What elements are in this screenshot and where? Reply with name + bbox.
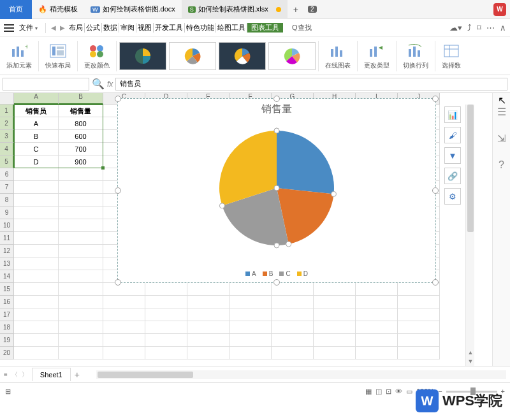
row-header[interactable]: 18	[0, 321, 14, 334]
row-header[interactable]: 7	[0, 181, 14, 194]
cell[interactable]	[272, 347, 314, 359]
col-header[interactable]: A	[14, 93, 59, 105]
cell[interactable]	[14, 232, 59, 245]
resize-handle[interactable]	[432, 187, 439, 194]
cell[interactable]	[356, 308, 398, 321]
cell[interactable]	[59, 206, 103, 219]
cell[interactable]	[187, 321, 229, 334]
cell[interactable]	[145, 334, 187, 347]
legend-item[interactable]: D	[297, 270, 308, 277]
row-header[interactable]: 3	[0, 130, 14, 143]
cell[interactable]	[229, 296, 272, 308]
row-header[interactable]: 4	[0, 143, 14, 156]
read-mode-icon[interactable]: ▭	[406, 387, 412, 396]
switch-rowcol-button[interactable]: 切换行列	[399, 42, 432, 70]
add-sheet-button[interactable]: +	[75, 370, 80, 380]
change-type-button[interactable]: 更改类型	[360, 42, 393, 70]
row-header[interactable]: 11	[0, 232, 14, 245]
pie-chart[interactable]	[213, 124, 340, 252]
chart-style-2[interactable]	[169, 42, 216, 70]
scan-icon[interactable]: ⌑	[477, 23, 481, 33]
cell[interactable]	[398, 296, 440, 308]
pie-slice-handle[interactable]	[219, 203, 224, 208]
cell[interactable]	[272, 296, 314, 308]
cell[interactable]	[314, 283, 356, 296]
tab-count-button[interactable]: 2	[304, 1, 321, 18]
cell[interactable]	[14, 321, 59, 334]
pie-handle[interactable]	[274, 128, 279, 133]
cell[interactable]	[14, 334, 59, 347]
row-header[interactable]: 10	[0, 219, 14, 232]
resize-handle[interactable]	[273, 279, 280, 286]
cell[interactable]: 销售员	[14, 105, 59, 117]
row-header[interactable]: 16	[0, 296, 14, 308]
select-data-button[interactable]: 选择数	[438, 42, 465, 70]
legend-item[interactable]: B	[263, 270, 273, 277]
cell[interactable]	[59, 219, 103, 232]
pie-handle[interactable]	[274, 243, 279, 248]
scroll-down-button[interactable]: ▼	[466, 357, 475, 366]
menu-tab-layout[interactable]: 布局	[68, 23, 85, 33]
cell[interactable]: D	[14, 156, 59, 168]
pie-slice[interactable]	[277, 131, 334, 194]
search-icon[interactable]: 🔍	[92, 78, 105, 90]
cell[interactable]	[14, 270, 59, 283]
col-header[interactable]: B	[59, 93, 103, 105]
cell[interactable]	[59, 283, 103, 296]
row-header[interactable]: 2	[0, 117, 14, 130]
legend-item[interactable]: C	[279, 270, 290, 277]
sheet-tab[interactable]: Sheet1	[32, 368, 71, 381]
sidebar-help-icon[interactable]: ?	[496, 159, 507, 171]
cell[interactable]	[356, 347, 398, 359]
menu-tab-draw[interactable]: 绘图工具	[216, 23, 247, 33]
chart-legend[interactable]: ABCD	[118, 270, 435, 277]
scrollbar-thumb[interactable]	[467, 105, 474, 232]
cell[interactable]	[59, 308, 103, 321]
cell[interactable]	[229, 334, 272, 347]
cell[interactable]: C	[14, 143, 59, 156]
cell[interactable]	[272, 321, 314, 334]
cell[interactable]	[314, 308, 356, 321]
menu-tab-special[interactable]: 特色功能	[185, 23, 216, 33]
file-menu[interactable]: 文件 ▾	[15, 23, 41, 33]
chart-elements-button[interactable]: 📊	[444, 106, 461, 123]
cell[interactable]	[59, 245, 103, 257]
row-header[interactable]: 9	[0, 206, 14, 219]
cell[interactable]	[272, 334, 314, 347]
pie-handle[interactable]	[274, 185, 279, 191]
resize-handle[interactable]	[115, 96, 121, 102]
cell[interactable]	[356, 321, 398, 334]
row-header[interactable]: 17	[0, 308, 14, 321]
cell[interactable]	[59, 194, 103, 206]
row-header[interactable]: 15	[0, 283, 14, 296]
cell[interactable]: 600	[59, 130, 103, 143]
name-box[interactable]	[3, 78, 89, 91]
cell[interactable]	[272, 308, 314, 321]
cell[interactable]	[145, 296, 187, 308]
row-header[interactable]: 5	[0, 156, 14, 168]
cell[interactable]	[59, 321, 103, 334]
menu-tab-chart-tool[interactable]: 图表工具	[247, 23, 283, 33]
cell[interactable]	[59, 270, 103, 283]
cell[interactable]	[103, 296, 145, 308]
cell[interactable]	[59, 232, 103, 245]
cell[interactable]	[314, 296, 356, 308]
new-tab-button[interactable]: +	[288, 1, 304, 18]
cell[interactable]	[103, 347, 145, 359]
hamburger-icon[interactable]	[4, 24, 14, 32]
cell[interactable]	[356, 334, 398, 347]
nav-next-button[interactable]: ▶	[59, 24, 66, 31]
menu-tab-formula[interactable]: 公式	[85, 23, 102, 33]
cell[interactable]	[314, 334, 356, 347]
cell[interactable]	[229, 283, 272, 296]
chart-style-button[interactable]: 🖌	[444, 127, 461, 143]
cell[interactable]	[398, 347, 440, 359]
cell[interactable]	[14, 296, 59, 308]
chart-filter-button[interactable]: ▼	[444, 147, 461, 164]
legend-item[interactable]: A	[245, 270, 256, 277]
cloud-icon[interactable]: ☁▾	[449, 23, 462, 33]
scrollbar-thumb[interactable]	[98, 372, 193, 378]
cell[interactable]: A	[14, 117, 59, 130]
menu-tab-review[interactable]: 审阅	[119, 23, 136, 33]
collapse-ribbon-icon[interactable]: ∧	[500, 23, 506, 33]
